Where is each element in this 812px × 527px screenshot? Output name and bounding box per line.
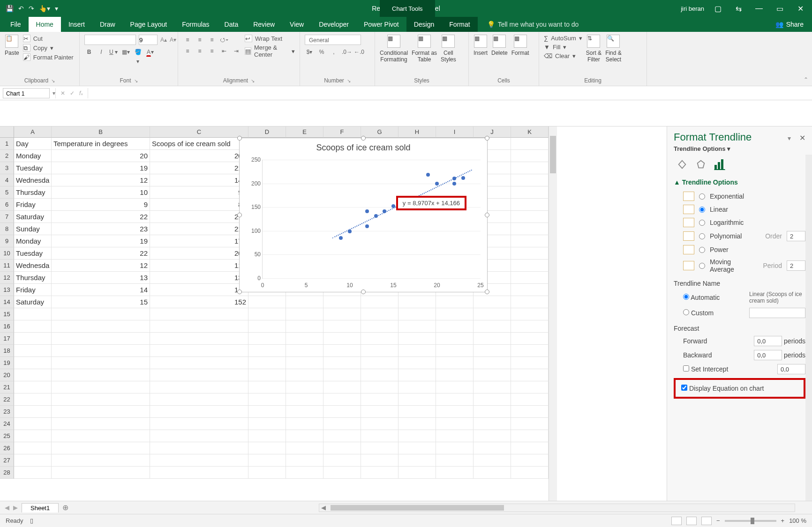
cell[interactable]: 85	[150, 199, 248, 211]
row-header[interactable]: 15	[0, 308, 14, 320]
row-header[interactable]: 6	[0, 199, 14, 211]
cell[interactable]: 210	[150, 211, 248, 223]
cell[interactable]	[474, 308, 511, 320]
cell[interactable]	[436, 345, 474, 357]
cell[interactable]	[361, 308, 398, 320]
cell[interactable]	[52, 369, 150, 381]
cell[interactable]	[248, 345, 286, 357]
cell[interactable]	[436, 357, 474, 369]
linear-radio[interactable]	[699, 207, 705, 213]
redo-icon[interactable]: ↷	[29, 5, 34, 12]
pane-options-icon[interactable]: ▾	[788, 134, 791, 142]
zoom-out-icon[interactable]: −	[716, 517, 720, 524]
cell[interactable]	[52, 430, 150, 442]
increase-font-icon[interactable]: A▴	[160, 37, 167, 43]
automatic-name-radio[interactable]	[683, 294, 689, 300]
cell[interactable]: Thursday	[14, 272, 52, 284]
cell[interactable]	[323, 467, 361, 479]
cell[interactable]	[248, 381, 286, 393]
ribbon-display-icon[interactable]: ▢	[711, 4, 725, 13]
cell[interactable]: 200	[150, 150, 248, 162]
cell[interactable]	[14, 406, 52, 418]
cell[interactable]	[398, 296, 436, 308]
cell[interactable]	[286, 345, 323, 357]
cell[interactable]	[248, 333, 286, 345]
cell[interactable]	[436, 381, 474, 393]
cell[interactable]	[398, 320, 436, 333]
cell[interactable]	[511, 454, 549, 467]
cell[interactable]	[150, 369, 248, 381]
cell[interactable]	[511, 345, 549, 357]
zoom-in-icon[interactable]: +	[781, 517, 785, 524]
clear-button[interactable]: ⌫Clear ▾	[544, 52, 582, 59]
touch-mode-icon[interactable]: 👆▾	[39, 5, 50, 12]
cell[interactable]: 13	[52, 272, 150, 284]
cell[interactable]	[248, 406, 286, 418]
polynomial-radio[interactable]	[699, 233, 705, 239]
data-point[interactable]	[452, 182, 456, 186]
row-header[interactable]: 11	[0, 260, 14, 272]
cell[interactable]	[436, 308, 474, 320]
cell[interactable]	[14, 381, 52, 393]
save-icon[interactable]: 💾	[6, 5, 14, 12]
cell[interactable]: 14	[52, 284, 150, 296]
cell[interactable]	[511, 296, 549, 308]
cell[interactable]	[398, 357, 436, 369]
cell[interactable]: 110	[150, 260, 248, 272]
cell[interactable]	[52, 320, 150, 333]
cell[interactable]: 99	[150, 186, 248, 199]
pane-scrollbar[interactable]	[805, 155, 812, 501]
cell[interactable]: 9	[52, 199, 150, 211]
cell[interactable]: 12	[52, 260, 150, 272]
power-radio[interactable]	[699, 247, 705, 253]
cell[interactable]	[248, 418, 286, 430]
row-header[interactable]: 19	[0, 357, 14, 369]
effects-tab-icon[interactable]	[695, 159, 707, 170]
cell[interactable]: 200	[150, 247, 248, 260]
cell[interactable]	[511, 357, 549, 369]
font-size-selector[interactable]	[139, 35, 158, 45]
cell[interactable]	[323, 393, 361, 406]
maximize-icon[interactable]: ▭	[773, 4, 787, 13]
scrollbar-thumb[interactable]	[331, 505, 504, 511]
tab-file[interactable]: File	[3, 17, 29, 32]
custom-name-radio[interactable]	[683, 309, 689, 315]
tab-developer[interactable]: Developer	[311, 17, 356, 32]
cell[interactable]	[286, 333, 323, 345]
cell[interactable]	[436, 406, 474, 418]
cell[interactable]: 131	[150, 272, 248, 284]
cell[interactable]	[436, 430, 474, 442]
cell[interactable]	[323, 418, 361, 430]
cell[interactable]	[511, 333, 549, 345]
cell[interactable]	[52, 308, 150, 320]
cell[interactable]	[511, 442, 549, 454]
cell[interactable]	[511, 162, 549, 174]
row-header[interactable]: 22	[0, 393, 14, 406]
cell[interactable]: Sunday	[14, 223, 52, 235]
cell[interactable]	[361, 333, 398, 345]
row-header[interactable]: 7	[0, 211, 14, 223]
cell[interactable]	[248, 308, 286, 320]
cell[interactable]: 19	[52, 162, 150, 174]
cell[interactable]	[511, 260, 549, 272]
chart-title[interactable]: Scoops of ice cream sold	[240, 138, 487, 155]
data-point[interactable]	[339, 236, 343, 240]
cell[interactable]	[323, 333, 361, 345]
cell[interactable]: Saturday	[14, 296, 52, 308]
cell[interactable]: 10	[52, 186, 150, 199]
cell[interactable]	[14, 333, 52, 345]
cell[interactable]	[248, 454, 286, 467]
row-header[interactable]: 16	[0, 320, 14, 333]
intercept-value-input[interactable]	[777, 364, 805, 374]
cell[interactable]	[398, 369, 436, 381]
chart-resize-handle[interactable]	[361, 289, 366, 294]
accounting-format-icon[interactable]: $▾	[305, 47, 314, 56]
moving-avg-period-input[interactable]	[787, 260, 805, 271]
cell[interactable]	[398, 430, 436, 442]
row-header[interactable]: 13	[0, 284, 14, 296]
cell[interactable]	[150, 467, 248, 479]
cell[interactable]	[511, 406, 549, 418]
cell[interactable]	[14, 308, 52, 320]
merge-center-button[interactable]: ▤Merge & Center ▾	[245, 44, 295, 58]
close-icon[interactable]: ✕	[793, 4, 807, 13]
